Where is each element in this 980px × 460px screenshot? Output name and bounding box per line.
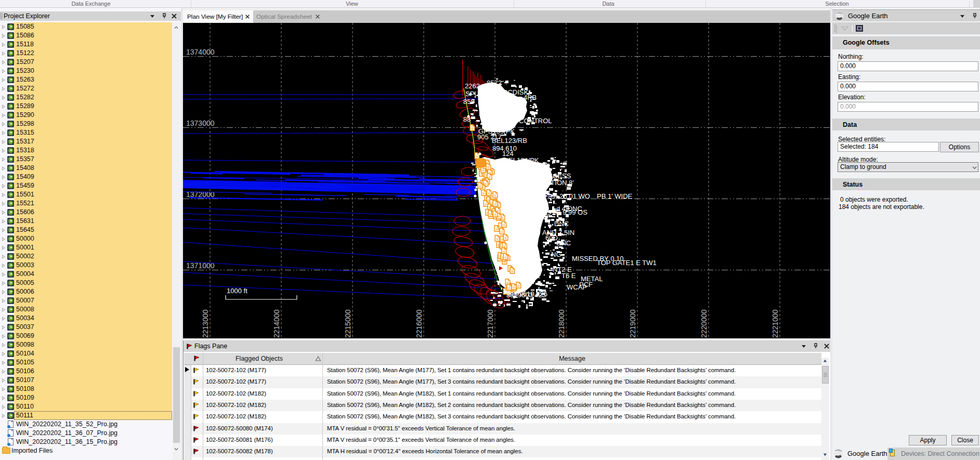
svg-text:1000 ft: 1000 ft [227,287,247,295]
svg-text:4RB: 4RB [524,94,537,101]
svg-text:1373000: 1373000 [186,119,215,127]
svg-text:88: 88 [463,115,471,123]
svg-text:2217000: 2217000 [486,309,494,338]
svg-text:2215000: 2215000 [344,309,352,338]
svg-text:2214000: 2214000 [272,309,281,338]
svg-text:NG: NG [551,251,561,258]
svg-text:49.03 9.99 OS: 49.03 9.99 OS [544,208,587,216]
svg-text:CONTROL: CONTROL [519,117,552,125]
svg-text:PB 1' WIDE: PB 1' WIDE [597,192,633,200]
svg-text:DNC: DNC [556,239,571,247]
svg-text:2220000: 2220000 [700,309,708,338]
svg-text:2216000: 2216000 [415,309,423,338]
svg-text:858: 858 [463,98,475,106]
svg-text:SPUR: SPUR [465,90,484,98]
svg-text:2219000: 2219000 [629,309,637,338]
svg-text:MESSIT: MESSIT [516,162,541,170]
svg-text:TOP GATE1 E TW1: TOP GATE1 E TW1 [597,259,657,267]
svg-text:8572: 8572 [487,79,502,87]
svg-text:DNC: DNC [554,220,569,228]
svg-text:2262: 2262 [465,82,480,90]
svg-text:D: D [479,110,484,117]
svg-text:1374000: 1374000 [186,48,215,56]
svg-text:2218000: 2218000 [557,309,566,338]
svg-text:2B: 2B [537,185,545,192]
svg-text:T6 E: T6 E [561,272,576,280]
svg-text:2213000: 2213000 [201,309,210,338]
svg-text:WCAP: WCAP [567,283,587,291]
svg-text:2221000: 2221000 [771,309,779,338]
svg-text:1371000: 1371000 [186,261,215,270]
svg-text:BEL123/RB: BEL123/RB [492,137,527,144]
svg-text:8819603.425: 8819603.425 [506,291,546,299]
svg-text:B 89+25.01 WO: B 89+25.01 WO [542,192,590,200]
